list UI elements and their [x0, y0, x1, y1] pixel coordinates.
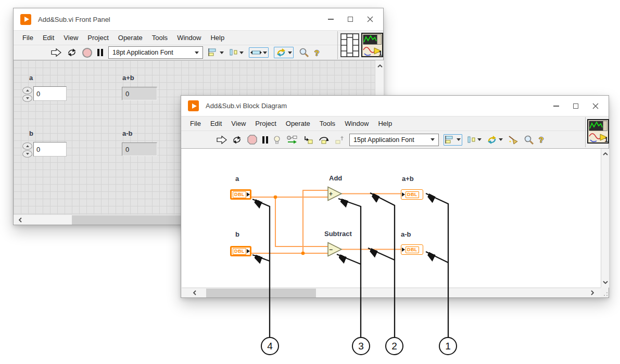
horizontal-scrollbar[interactable]	[182, 288, 601, 297]
control-b-terminal[interactable]: DBL	[230, 246, 251, 256]
vertical-scrollbar[interactable]	[601, 149, 609, 288]
callout-3: 3	[352, 337, 370, 355]
menu-window[interactable]: Window	[340, 116, 373, 131]
step-into-button[interactable]	[303, 136, 313, 144]
run-continuously-button[interactable]	[232, 135, 242, 145]
terminal-b-label: b	[235, 230, 239, 238]
control-a-field[interactable]: 0	[33, 86, 67, 101]
menu-help[interactable]: Help	[373, 116, 397, 131]
control-a-spinner[interactable]	[22, 87, 33, 102]
scroll-up-icon[interactable]	[375, 62, 384, 70]
terminal-diff-label: a-b	[401, 230, 411, 238]
step-out-button[interactable]	[334, 136, 345, 144]
resize-objects-icon	[250, 48, 262, 57]
menu-operate[interactable]: Operate	[281, 116, 315, 131]
pause-icon	[262, 136, 264, 144]
scroll-right-icon[interactable]	[589, 288, 596, 297]
connector-pane-icon[interactable]	[340, 33, 359, 57]
run-button[interactable]	[217, 136, 227, 144]
menu-project[interactable]: Project	[250, 116, 281, 131]
reorder-objects-button[interactable]	[486, 135, 503, 145]
close-button[interactable]	[360, 8, 380, 30]
reorder-objects-icon	[486, 135, 498, 145]
retain-wire-values-icon	[286, 135, 298, 144]
highlight-execution-button[interactable]	[273, 135, 281, 145]
distribute-objects-button[interactable]	[229, 48, 244, 57]
run-continuously-icon	[67, 48, 77, 57]
indicator-sum-terminal[interactable]: DBL	[401, 189, 423, 200]
control-a-terminal[interactable]: DBL	[230, 189, 251, 200]
terminal-arrow-icon	[247, 249, 250, 253]
menu-window[interactable]: Window	[172, 31, 206, 45]
menu-tools[interactable]: Tools	[147, 31, 172, 45]
menu-project[interactable]: Project	[83, 31, 113, 45]
distribute-objects-button[interactable]	[467, 135, 482, 145]
retain-wire-values-button[interactable]	[286, 135, 298, 144]
maximize-button[interactable]	[566, 96, 586, 116]
resize-objects-button[interactable]	[249, 47, 269, 58]
indicator-sum-field: 0	[122, 87, 157, 100]
decrement-icon[interactable]	[22, 150, 32, 158]
scroll-up-icon[interactable]	[601, 151, 610, 157]
abort-icon	[247, 134, 258, 145]
scroll-left-icon[interactable]	[191, 288, 198, 297]
align-objects-button[interactable]	[444, 134, 462, 146]
menu-file[interactable]: File	[18, 31, 38, 45]
step-over-button[interactable]	[318, 136, 330, 144]
search-button[interactable]	[299, 47, 309, 58]
run-button[interactable]	[51, 48, 61, 57]
menu-view[interactable]: View	[59, 31, 83, 45]
front-panel-titlebar[interactable]: Add&Sub.vi Front Panel	[14, 8, 383, 30]
block-diagram-titlebar[interactable]: Add&Sub.vi Block Diagram	[181, 96, 609, 116]
decrement-icon[interactable]	[22, 95, 32, 102]
maximize-button[interactable]	[340, 8, 360, 30]
font-selector[interactable]: 15pt Application Font	[349, 134, 439, 146]
pause-button[interactable]	[262, 136, 268, 144]
resize-grip[interactable]	[601, 288, 609, 297]
control-b-spinner[interactable]	[22, 142, 33, 158]
add-node-label: Add	[329, 174, 342, 182]
help-button[interactable]: ?	[314, 48, 319, 57]
pause-icon	[97, 49, 99, 56]
increment-icon[interactable]	[22, 87, 32, 94]
increment-icon[interactable]	[22, 142, 32, 150]
abort-button[interactable]	[82, 48, 92, 58]
indicator-diff-label: a-b	[122, 129, 133, 137]
terminal-arrow-icon	[402, 192, 405, 197]
run-continuously-button[interactable]	[67, 48, 77, 57]
front-panel-title: Add&Sub.vi Front Panel	[38, 16, 110, 23]
font-selector[interactable]: 18pt Application Font	[108, 46, 203, 59]
clean-up-diagram-button[interactable]	[508, 135, 519, 145]
menu-view[interactable]: View	[226, 116, 250, 131]
help-button[interactable]: ?	[539, 135, 543, 144]
callout-1: 1	[439, 337, 457, 355]
abort-button[interactable]	[247, 134, 258, 145]
callout-2: 2	[385, 337, 403, 355]
run-continuously-icon	[232, 135, 242, 145]
menu-edit[interactable]: Edit	[206, 116, 226, 131]
search-button[interactable]	[524, 135, 534, 145]
menu-file[interactable]: File	[185, 116, 206, 131]
control-b-field[interactable]: 0	[33, 142, 67, 157]
minimize-button[interactable]	[546, 96, 566, 116]
align-objects-icon	[208, 48, 219, 57]
minimize-button[interactable]	[321, 8, 340, 30]
align-objects-button[interactable]	[208, 48, 224, 57]
clean-up-diagram-icon	[508, 135, 519, 145]
reorder-objects-button[interactable]	[274, 47, 294, 58]
menu-help[interactable]: Help	[206, 31, 229, 45]
menu-edit[interactable]: Edit	[38, 31, 59, 45]
block-diagram-toolbar: 15pt Application Font	[181, 131, 609, 149]
scroll-down-icon[interactable]	[601, 279, 610, 285]
vi-icon[interactable]: 1	[587, 119, 609, 144]
vi-icon-badge: 1	[378, 50, 382, 57]
indicator-diff-terminal[interactable]: DBL	[401, 244, 423, 255]
menu-tools[interactable]: Tools	[315, 116, 340, 131]
scroll-left-icon[interactable]	[17, 215, 24, 225]
vi-icon[interactable]: 1	[361, 33, 383, 58]
close-button[interactable]	[586, 96, 605, 116]
scrollbar-thumb[interactable]	[206, 289, 316, 297]
pause-button[interactable]	[97, 49, 103, 56]
menu-operate[interactable]: Operate	[113, 31, 147, 45]
front-panel-toolbar: 18pt Application Font	[14, 45, 383, 60]
